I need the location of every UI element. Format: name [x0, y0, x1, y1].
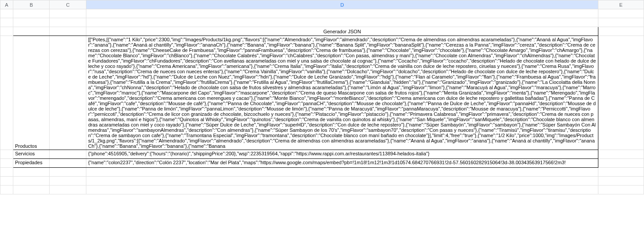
cell[interactable]: [50, 168, 86, 177]
propiedades-data-cell[interactable]: {"name":"colon2237","direction":"Colón 2…: [86, 159, 598, 168]
table-row-servicios[interactable]: Servicios {"phone":4516905,"delivery":{"…: [0, 150, 644, 159]
cell[interactable]: [50, 159, 86, 168]
cell[interactable]: [13, 27, 50, 36]
col-header-b[interactable]: B: [13, 0, 50, 9]
propiedades-label-cell[interactable]: Propiedades: [13, 159, 50, 168]
cell[interactable]: [598, 150, 644, 159]
cell[interactable]: [13, 9, 50, 18]
table-row-header[interactable]: Generador JSON: [0, 27, 644, 36]
cell[interactable]: [598, 186, 644, 194]
col-header-d[interactable]: D: [86, 0, 598, 9]
table-row-propiedades[interactable]: Propiedades {"name":"colon2237","directi…: [0, 159, 644, 168]
cell[interactable]: [0, 36, 13, 150]
cell[interactable]: [50, 177, 86, 186]
cell[interactable]: [0, 177, 13, 186]
servicios-data-cell[interactable]: {"phone":4516905,"delivery":{"hours":"(h…: [86, 150, 598, 159]
cell[interactable]: [0, 18, 13, 27]
cell[interactable]: [50, 27, 86, 36]
cell[interactable]: [50, 9, 86, 18]
cell[interactable]: [0, 27, 13, 36]
cell[interactable]: [86, 177, 598, 186]
productos-label-cell[interactable]: Productos: [13, 36, 50, 150]
cell[interactable]: [86, 9, 598, 18]
generator-title-cell[interactable]: Generador JSON: [86, 27, 598, 36]
cell[interactable]: [598, 18, 644, 27]
table-row[interactable]: [0, 177, 644, 186]
table-row[interactable]: [0, 18, 644, 27]
table-row-productos[interactable]: Productos [["Potes,[{"name":"1 Kilo","pr…: [0, 36, 644, 150]
column-header-row: A B C D E: [0, 0, 644, 9]
col-header-e[interactable]: E: [598, 0, 644, 9]
table-row[interactable]: [0, 9, 644, 18]
cell[interactable]: [0, 186, 13, 194]
cell[interactable]: [598, 159, 644, 168]
cell[interactable]: [13, 168, 50, 177]
cell[interactable]: [50, 36, 86, 150]
cell[interactable]: [0, 168, 13, 177]
table-row[interactable]: [0, 168, 644, 177]
productos-data-cell[interactable]: [["Potes,[{"name":"1 Kilo","price":2300,…: [86, 36, 598, 150]
spreadsheet-grid[interactable]: A B C D E: [0, 0, 644, 237]
cell[interactable]: [598, 168, 644, 177]
cell[interactable]: [13, 186, 50, 194]
cell[interactable]: [0, 150, 13, 159]
cell[interactable]: [598, 36, 644, 150]
grid-table[interactable]: A B C D E: [0, 0, 644, 194]
col-header-c[interactable]: C: [50, 0, 86, 9]
cell[interactable]: [86, 168, 598, 177]
servicios-label-cell[interactable]: Servicios: [13, 150, 50, 159]
table-row[interactable]: [0, 186, 644, 194]
cell[interactable]: [50, 186, 86, 194]
cell[interactable]: [598, 27, 644, 36]
cell[interactable]: [598, 9, 644, 18]
cell[interactable]: [598, 177, 644, 186]
cell[interactable]: [13, 18, 50, 27]
cell[interactable]: [86, 18, 598, 27]
cell[interactable]: [50, 150, 86, 159]
cell[interactable]: [86, 186, 598, 194]
col-header-a[interactable]: A: [0, 0, 13, 9]
cell[interactable]: [0, 159, 13, 168]
cell[interactable]: [13, 177, 50, 186]
cell[interactable]: [0, 9, 13, 18]
cell[interactable]: [50, 18, 86, 27]
